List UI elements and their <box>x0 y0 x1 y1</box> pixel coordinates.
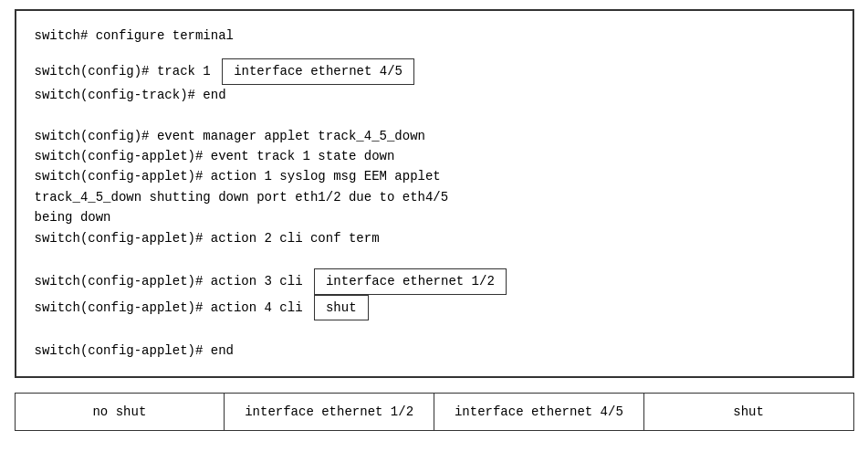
option-shut[interactable]: shut <box>644 394 853 430</box>
terminal-line-13: switch(config-applet)# action 4 cli shut <box>35 295 834 320</box>
terminal-line-7: switch(config-applet)# action 1 syslog m… <box>35 166 834 186</box>
line-1-text: switch# configure terminal <box>35 26 234 46</box>
terminal-line-3: switch(config-track)# end <box>35 85 834 105</box>
line-13-text: switch(config-applet)# action 4 cli <box>35 298 310 318</box>
terminal-line-blank1 <box>35 105 834 125</box>
terminal-line-9: being down <box>35 207 834 227</box>
line-9-text: being down <box>35 207 111 227</box>
terminal-line-blank3 <box>35 320 834 341</box>
option-interface-ethernet-1-2[interactable]: interface ethernet 1/2 <box>225 394 434 430</box>
line-2-text: switch(config)# track 1 <box>35 61 219 81</box>
terminal-line-10: switch(config-applet)# action 2 cli conf… <box>35 228 834 248</box>
option-interface-ethernet-4-5[interactable]: interface ethernet 4/5 <box>434 394 644 430</box>
track-interface-box: interface ethernet 4/5 <box>222 58 414 84</box>
terminal-line-15: switch(config-applet)# end <box>35 341 834 361</box>
action3-interface-box: interface ethernet 1/2 <box>314 268 507 294</box>
option-no-shut[interactable]: no shut <box>16 394 225 430</box>
terminal-line-1: switch# configure terminal <box>35 26 834 46</box>
line-5-text: switch(config)# event manager applet tra… <box>35 126 425 146</box>
terminal-window: switch# configure terminal switch(config… <box>15 9 854 378</box>
options-bar: no shut interface ethernet 1/2 interface… <box>15 393 854 431</box>
terminal-line-2: switch(config)# track 1 interface ethern… <box>35 58 834 84</box>
line-12-text: switch(config-applet)# action 3 cli <box>35 271 310 291</box>
line-6-text: switch(config-applet)# event track 1 sta… <box>35 146 395 166</box>
terminal-line-blank2 <box>35 248 834 268</box>
line-3-text: switch(config-track)# end <box>35 85 226 105</box>
line-10-text: switch(config-applet)# action 2 cli conf… <box>35 228 380 248</box>
line-7-text: switch(config-applet)# action 1 syslog m… <box>35 166 441 186</box>
terminal-line-6: switch(config-applet)# event track 1 sta… <box>35 146 834 166</box>
terminal-line-12: switch(config-applet)# action 3 cli inte… <box>35 268 834 294</box>
terminal-line-5: switch(config)# event manager applet tra… <box>35 126 834 146</box>
action4-shut-box: shut <box>314 295 369 320</box>
terminal-line-8: track_4_5_down shutting down port eth1/2… <box>35 187 834 207</box>
line-8-text: track_4_5_down shutting down port eth1/2… <box>35 187 449 207</box>
line-15-text: switch(config-applet)# end <box>35 341 234 361</box>
